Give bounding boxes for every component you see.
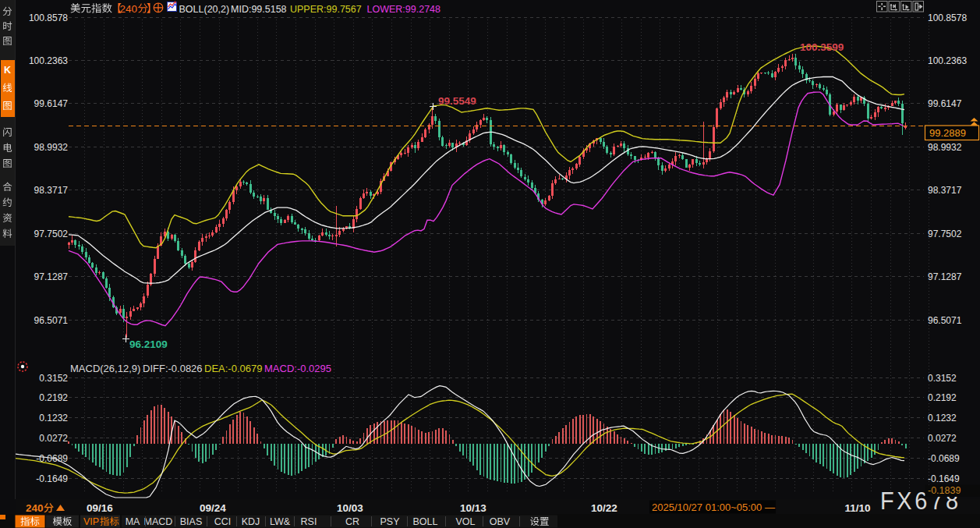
svg-text:100.2363: 100.2363: [29, 55, 68, 66]
svg-text:BOLL: BOLL: [413, 516, 438, 527]
svg-text:-0.1839: -0.1839: [928, 485, 961, 496]
svg-text:CR: CR: [345, 516, 359, 527]
svg-text:-0.0689: -0.0689: [928, 453, 960, 464]
svg-text:97.1287: 97.1287: [928, 271, 962, 282]
svg-text:VOL: VOL: [455, 516, 475, 527]
svg-text:DEA:-0.0679: DEA:-0.0679: [204, 363, 262, 374]
svg-text:MACD: MACD: [144, 516, 173, 527]
svg-text:-0.1649: -0.1649: [36, 473, 68, 484]
svg-text:100.3599: 100.3599: [800, 41, 844, 53]
svg-text:09/24: 09/24: [200, 502, 226, 514]
svg-text:10/03: 10/03: [337, 502, 363, 514]
svg-text:98.9932: 98.9932: [928, 142, 962, 153]
svg-text:BIAS: BIAS: [180, 516, 203, 527]
svg-text:98.9932: 98.9932: [34, 142, 69, 153]
svg-text:99.5549: 99.5549: [438, 95, 476, 107]
svg-text:MACD:-0.0295: MACD:-0.0295: [264, 363, 331, 374]
svg-text:0.2192: 0.2192: [928, 392, 957, 403]
svg-text:97.7502: 97.7502: [34, 229, 69, 239]
svg-text:BOLL(20,2): BOLL(20,2): [179, 4, 230, 15]
svg-text:-0.1649: -0.1649: [928, 473, 960, 484]
svg-text:97.7502: 97.7502: [928, 229, 962, 239]
svg-text:-0.0689: -0.0689: [36, 453, 68, 464]
svg-text:11/10: 11/10: [844, 502, 870, 514]
svg-text:2025/10/27 01:00~05:00 —: 2025/10/27 01:00~05:00 —: [652, 501, 775, 513]
svg-text:96.5071: 96.5071: [34, 315, 69, 326]
svg-text:MA: MA: [126, 516, 140, 527]
svg-text:KDJ: KDJ: [242, 516, 260, 527]
svg-text:09/16: 09/16: [87, 502, 113, 514]
svg-text:PSY: PSY: [380, 516, 400, 527]
svg-text:VIP: VIP: [83, 516, 99, 527]
svg-text:99.2889: 99.2889: [929, 127, 966, 139]
svg-text:UPPER:99.7567: UPPER:99.7567: [290, 4, 362, 15]
svg-text:97.1287: 97.1287: [34, 271, 69, 282]
svg-text:10/13: 10/13: [460, 502, 486, 514]
svg-text:RSI: RSI: [301, 516, 317, 527]
svg-text:0.3152: 0.3152: [39, 373, 68, 384]
svg-text:0.1232: 0.1232: [928, 413, 957, 423]
svg-text:99.6147: 99.6147: [928, 98, 962, 109]
svg-text:99.6147: 99.6147: [34, 98, 69, 109]
svg-text:K: K: [4, 65, 11, 76]
svg-text:0.0272: 0.0272: [928, 433, 957, 444]
svg-text:0.2192: 0.2192: [39, 392, 68, 403]
svg-text:LW&: LW&: [270, 516, 291, 527]
svg-text:240: 240: [120, 3, 138, 15]
svg-text:LOWER:99.2748: LOWER:99.2748: [367, 4, 441, 15]
svg-text:0.1232: 0.1232: [39, 413, 68, 423]
svg-text:MACD(26,12,9): MACD(26,12,9): [70, 363, 140, 374]
svg-text:96.2109: 96.2109: [129, 338, 168, 350]
svg-text:DIFF:-0.0826: DIFF:-0.0826: [143, 363, 203, 374]
svg-text:100.2363: 100.2363: [928, 55, 967, 66]
svg-text:MID:99.5158: MID:99.5158: [231, 4, 287, 15]
svg-text:96.5071: 96.5071: [928, 315, 962, 326]
svg-text:240: 240: [26, 502, 44, 514]
svg-text:100.8578: 100.8578: [29, 12, 68, 23]
svg-text:100.8578: 100.8578: [928, 12, 967, 23]
svg-text:10/22: 10/22: [591, 502, 617, 514]
svg-text:98.3717: 98.3717: [928, 185, 962, 196]
svg-text:0.3152: 0.3152: [928, 373, 957, 384]
svg-text:0.0272: 0.0272: [39, 433, 68, 444]
svg-text:OBV: OBV: [490, 516, 511, 527]
svg-text:CCI: CCI: [214, 516, 232, 527]
svg-text:98.3717: 98.3717: [34, 185, 69, 196]
